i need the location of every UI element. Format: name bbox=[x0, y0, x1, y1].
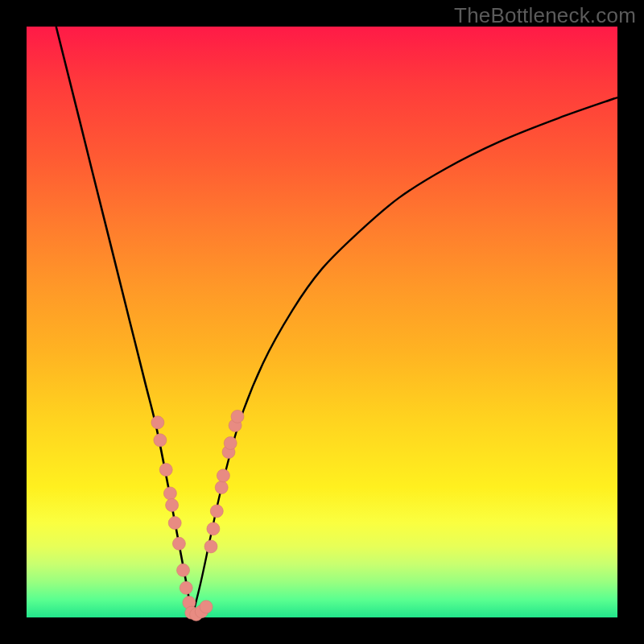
watermark-text: TheBottleneck.com bbox=[454, 3, 636, 28]
curve-left-branch bbox=[56, 27, 192, 617]
curve-right-branch bbox=[192, 97, 618, 617]
data-marker bbox=[163, 487, 176, 500]
data-marker bbox=[159, 464, 172, 477]
data-marker bbox=[231, 410, 244, 423]
plot-area bbox=[27, 27, 617, 617]
data-marker bbox=[177, 564, 190, 576]
data-marker bbox=[215, 481, 228, 494]
data-marker bbox=[217, 469, 229, 482]
data-marker bbox=[180, 581, 192, 594]
data-marker bbox=[224, 437, 237, 450]
data-marker bbox=[168, 517, 181, 530]
curve-svg bbox=[27, 27, 617, 617]
data-marker bbox=[151, 416, 164, 429]
data-marker bbox=[204, 540, 217, 553]
data-marker bbox=[210, 505, 223, 518]
data-marker bbox=[200, 601, 213, 613]
data-marker bbox=[207, 522, 220, 535]
chart-frame: TheBottleneck.com bbox=[0, 0, 644, 644]
data-markers bbox=[151, 410, 244, 621]
data-marker bbox=[172, 537, 185, 550]
data-marker bbox=[154, 434, 167, 447]
data-marker bbox=[166, 499, 179, 512]
